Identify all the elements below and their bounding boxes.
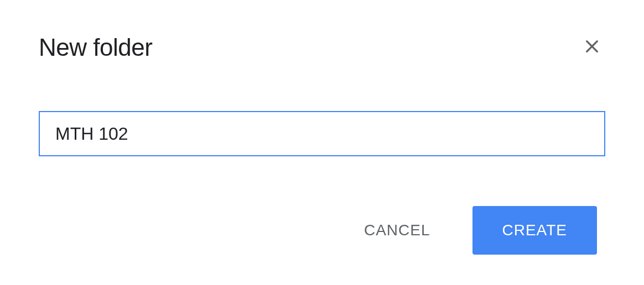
close-icon xyxy=(583,38,601,57)
folder-name-input[interactable] xyxy=(39,111,605,156)
create-button[interactable]: CREATE xyxy=(472,206,598,255)
dialog-actions: CANCEL CREATE xyxy=(39,206,605,255)
dialog-header: New folder xyxy=(39,33,605,61)
dialog-title: New folder xyxy=(39,34,152,61)
cancel-button[interactable]: CANCEL xyxy=(355,210,439,250)
new-folder-dialog: New folder CANCEL CREATE xyxy=(0,0,644,285)
input-wrapper xyxy=(39,111,605,156)
close-button[interactable] xyxy=(579,33,605,61)
